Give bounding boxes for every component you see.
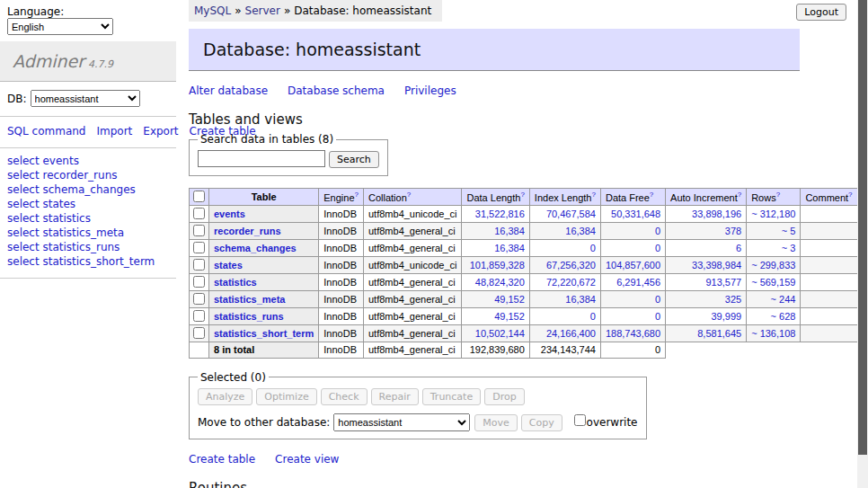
move-database-select[interactable]: homeassistant: [333, 413, 470, 431]
data-free-link[interactable]: 50,331,648: [611, 209, 660, 219]
sidebar-item-select-states[interactable]: select states: [7, 198, 169, 212]
index-length-link[interactable]: 16,384: [565, 226, 596, 236]
table-name-link[interactable]: recorder_runs: [214, 226, 281, 236]
data-length-link[interactable]: 16,384: [494, 243, 525, 253]
rows-count-link[interactable]: ~ 244: [771, 294, 796, 305]
data-length-link[interactable]: 31,522,816: [475, 209, 525, 219]
truncate-button[interactable]: Truncate: [422, 388, 481, 405]
sidebar-item-select-statistics[interactable]: select statistics: [7, 212, 169, 226]
data-length-link[interactable]: 16,384: [494, 226, 525, 236]
row-checkbox[interactable]: [193, 327, 205, 339]
data-length-link[interactable]: 10,502,144: [475, 328, 525, 339]
index-length-link[interactable]: 67,256,320: [546, 260, 596, 271]
sidebar-item-select-schema-changes[interactable]: select schema_changes: [7, 183, 169, 198]
index-length-link[interactable]: 24,166,400: [546, 328, 596, 339]
data-length-link[interactable]: 49,152: [494, 294, 525, 305]
sidebar-item-select-statistics-runs[interactable]: select statistics_runs: [7, 241, 169, 255]
data-free-link[interactable]: 0: [655, 311, 660, 322]
auto-increment-link[interactable]: 33,898,196: [692, 209, 741, 219]
table-name-link[interactable]: schema_changes: [214, 243, 297, 253]
auto-increment-link[interactable]: 325: [725, 294, 741, 305]
row-checkbox[interactable]: [193, 310, 205, 322]
app-version[interactable]: 4.7.9: [88, 58, 113, 70]
table-name-link[interactable]: statistics: [214, 277, 257, 288]
rows-count-link[interactable]: ~ 299,833: [751, 260, 795, 271]
help-link[interactable]: ?: [650, 191, 653, 199]
sidebar-action-sql-command[interactable]: SQL command: [7, 125, 85, 138]
rows-count-link[interactable]: ~ 5: [782, 226, 796, 236]
analyze-button[interactable]: Analyze: [198, 388, 252, 405]
sidebar-item-select-statistics-meta[interactable]: select statistics_meta: [7, 226, 169, 241]
data-length-link[interactable]: 101,859,328: [470, 260, 525, 271]
auto-increment-link[interactable]: 913,577: [705, 277, 741, 288]
rows-count-link[interactable]: ~ 628: [771, 311, 796, 322]
sidebar-action-export[interactable]: Export: [143, 125, 178, 138]
auto-increment-link[interactable]: 33,398,984: [692, 260, 741, 271]
drop-button[interactable]: Drop: [484, 388, 524, 405]
link-database-schema[interactable]: Database schema: [288, 84, 385, 97]
data-free-link[interactable]: 0: [655, 294, 660, 305]
overwrite-checkbox[interactable]: [574, 414, 586, 426]
move-button[interactable]: Move: [474, 414, 518, 431]
vertical-scrollbar[interactable]: [857, 0, 868, 488]
link-create-view[interactable]: Create view: [275, 453, 339, 466]
data-free-link[interactable]: 0: [655, 243, 660, 253]
row-checkbox[interactable]: [193, 225, 205, 236]
breadcrumb-item-mysql[interactable]: MySQL: [194, 4, 231, 17]
optimize-button[interactable]: Optimize: [256, 388, 316, 405]
auto-increment-link[interactable]: 39,999: [712, 311, 742, 322]
logout-button[interactable]: Logout: [796, 4, 846, 21]
search-button[interactable]: Search: [329, 151, 379, 168]
help-link[interactable]: ?: [355, 191, 359, 199]
table-name-link[interactable]: states: [214, 260, 243, 271]
select-all-checkbox[interactable]: [193, 191, 205, 202]
help-link[interactable]: ?: [738, 191, 741, 199]
help-link[interactable]: ?: [848, 191, 852, 199]
table-name-link[interactable]: statistics_runs: [214, 311, 284, 322]
auto-increment-link[interactable]: 8,581,645: [697, 328, 741, 339]
repair-button[interactable]: Repair: [371, 388, 419, 405]
index-length-link[interactable]: 16,384: [565, 294, 596, 305]
link-privileges[interactable]: Privileges: [404, 84, 456, 97]
help-link[interactable]: ?: [407, 191, 411, 199]
breadcrumb-item-server[interactable]: Server: [245, 4, 280, 17]
data-free-link[interactable]: 0: [655, 226, 660, 236]
sidebar-item-select-events[interactable]: select events: [7, 155, 169, 169]
data-free-link[interactable]: 6,291,456: [616, 277, 660, 288]
index-length-link[interactable]: 72,220,672: [546, 277, 596, 288]
sidebar-action-import[interactable]: Import: [96, 125, 132, 138]
row-checkbox[interactable]: [193, 293, 205, 305]
auto-increment-link[interactable]: 378: [725, 226, 741, 236]
rows-count-link[interactable]: ~ 136,108: [751, 328, 795, 339]
help-link[interactable]: ?: [591, 191, 595, 199]
row-checkbox[interactable]: [193, 276, 205, 288]
data-length-link[interactable]: 49,152: [494, 311, 525, 322]
rows-count-link[interactable]: ~ 312,180: [751, 209, 795, 219]
row-checkbox[interactable]: [193, 242, 205, 253]
search-input[interactable]: [198, 150, 325, 167]
index-length-link[interactable]: 70,467,584: [546, 209, 596, 219]
row-checkbox[interactable]: [193, 208, 205, 219]
language-select[interactable]: English: [7, 18, 113, 35]
sidebar-item-select-recorder-runs[interactable]: select recorder_runs: [7, 169, 169, 183]
link-alter-database[interactable]: Alter database: [189, 84, 268, 97]
auto-increment-link[interactable]: 6: [736, 243, 741, 253]
row-checkbox[interactable]: [193, 259, 205, 271]
check-button[interactable]: Check: [321, 388, 368, 405]
scrollbar-thumb[interactable]: [858, 0, 867, 455]
data-length-link[interactable]: 48,824,320: [475, 277, 525, 288]
table-name-link[interactable]: statistics_meta: [214, 294, 286, 305]
table-name-link[interactable]: statistics_short_term: [214, 328, 314, 339]
rows-count-link[interactable]: ~ 569,159: [751, 277, 795, 288]
table-name-link[interactable]: events: [214, 209, 245, 219]
help-link[interactable]: ?: [776, 191, 780, 199]
db-select[interactable]: homeassistant: [31, 90, 140, 107]
data-free-link[interactable]: 188,743,680: [606, 328, 660, 339]
copy-button[interactable]: Copy: [521, 414, 562, 431]
help-link[interactable]: ?: [520, 191, 524, 199]
sidebar-item-select-statistics-short-term[interactable]: select statistics_short_term: [7, 255, 169, 270]
rows-count-link[interactable]: ~ 3: [782, 243, 796, 253]
index-length-link[interactable]: 0: [590, 243, 596, 253]
index-length-link[interactable]: 0: [590, 311, 596, 322]
link-create-table[interactable]: Create table: [189, 453, 255, 466]
